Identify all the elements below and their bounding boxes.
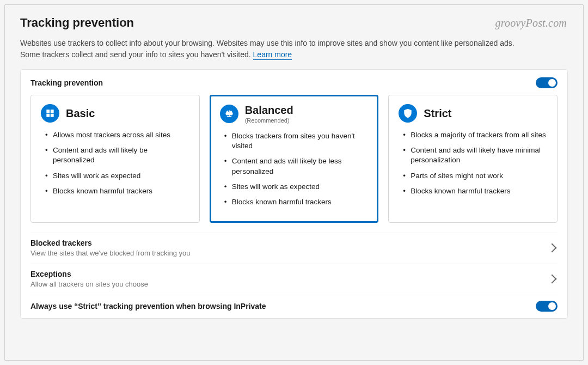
card-head: Balanced (Recommended) — [220, 104, 369, 124]
list-item: Blocks known harmful trackers — [222, 197, 369, 207]
strict-bullets: Blocks a majority of trackers from all s… — [399, 130, 547, 196]
learn-more-link[interactable]: Learn more — [253, 50, 292, 60]
list-item: Blocks trackers from sites you haven't v… — [222, 131, 369, 151]
inprivate-toggle[interactable] — [536, 301, 558, 312]
level-card-balanced[interactable]: Balanced (Recommended) Blocks trackers f… — [210, 95, 379, 223]
list-item: Sites will work as expected — [43, 171, 189, 181]
watermark: groovyPost.com — [495, 17, 567, 29]
row-title: Blocked trackers — [30, 239, 190, 247]
row-desc: Allow all trackers on sites you choose — [30, 280, 148, 288]
row-title: Exceptions — [30, 270, 148, 278]
list-item: Content and ads will likely have minimal… — [401, 145, 547, 165]
card-subtitle: (Recommended) — [245, 117, 293, 124]
page-title: Tracking prevention — [20, 16, 568, 30]
list-item: Content and ads will likely be less pers… — [222, 156, 369, 176]
intro-text: Websites use trackers to collect info ab… — [20, 38, 521, 60]
panel-label: Tracking prevention — [30, 78, 103, 87]
card-title: Basic — [66, 107, 95, 119]
level-card-strict[interactable]: Strict Blocks a majority of trackers fro… — [388, 95, 558, 223]
row-text: Blocked trackers View the sites that we'… — [30, 239, 190, 257]
settings-page: groovyPost.com Tracking prevention Websi… — [4, 4, 584, 361]
row-desc: View the sites that we've blocked from t… — [30, 249, 190, 257]
card-head: Strict — [399, 104, 547, 123]
tracking-toggle[interactable] — [536, 77, 558, 88]
shield-icon — [399, 104, 417, 123]
list-item: Content and ads will likely be personali… — [43, 145, 189, 165]
inprivate-label: Always use “Strict” tracking prevention … — [30, 302, 266, 311]
list-item: Blocks a majority of trackers from all s… — [401, 130, 547, 140]
balanced-bullets: Blocks trackers from sites you haven't v… — [220, 131, 369, 207]
inprivate-row: Always use “Strict” tracking prevention … — [30, 295, 558, 313]
level-card-basic[interactable]: Basic Allows most trackers across all si… — [30, 95, 200, 223]
card-title: Strict — [424, 107, 451, 119]
chevron-right-icon — [548, 244, 557, 253]
list-item: Allows most trackers across all sites — [43, 130, 189, 140]
panel-header: Tracking prevention — [30, 77, 558, 88]
basic-bullets: Allows most trackers across all sites Co… — [41, 130, 189, 196]
card-head: Basic — [41, 104, 189, 123]
card-title: Balanced — [245, 104, 293, 116]
chevron-right-icon — [548, 275, 557, 284]
level-selector: Basic Allows most trackers across all si… — [30, 95, 558, 223]
basic-icon — [41, 104, 59, 123]
list-item: Sites will work as expected — [222, 182, 369, 192]
list-item: Blocks known harmful trackers — [401, 186, 547, 196]
balance-icon — [220, 105, 238, 123]
list-item: Blocks known harmful trackers — [43, 186, 189, 196]
tracking-panel: Tracking prevention Basic Allows most tr… — [20, 69, 568, 319]
blocked-trackers-row[interactable]: Blocked trackers View the sites that we'… — [30, 233, 558, 264]
row-text: Exceptions Allow all trackers on sites y… — [30, 270, 148, 288]
exceptions-row[interactable]: Exceptions Allow all trackers on sites y… — [30, 264, 558, 295]
list-item: Parts of sites might not work — [401, 171, 547, 181]
